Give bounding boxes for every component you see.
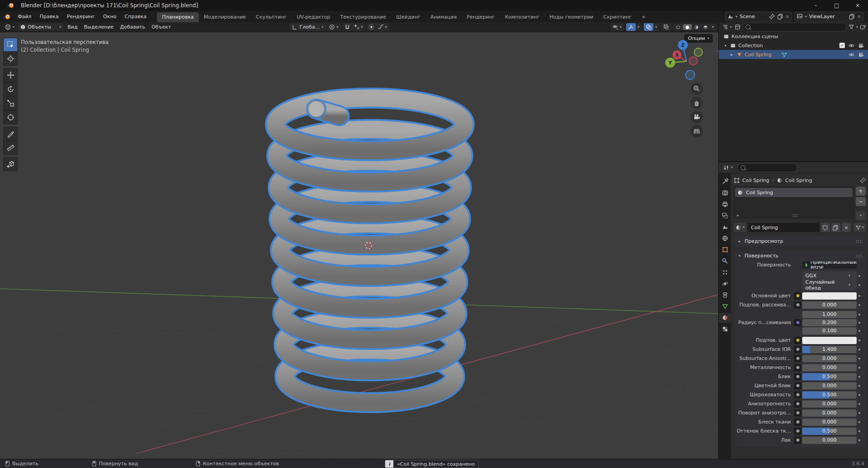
- radius-value-field[interactable]: 0.100: [802, 327, 857, 335]
- axis-x-neg-ball[interactable]: [689, 57, 697, 65]
- scale-tool[interactable]: [3, 96, 18, 110]
- camera-visibility-icon[interactable]: [858, 52, 864, 58]
- view-layer-selector[interactable]: ▾ ViewLayer ×: [794, 12, 863, 21]
- outliner-row-coil-spring[interactable]: ► Coil Spring: [719, 50, 868, 59]
- material-slot-row[interactable]: Coil Spring: [735, 188, 853, 197]
- camera-visibility-icon[interactable]: [858, 43, 864, 49]
- tab-scene[interactable]: [719, 222, 731, 232]
- add-cube-tool[interactable]: [3, 157, 18, 171]
- close-button[interactable]: ×: [847, 0, 868, 11]
- show-overlays-toggle[interactable]: [644, 23, 653, 31]
- pan-hand-button[interactable]: [691, 97, 703, 109]
- workspace-tab[interactable]: Моделирование: [199, 12, 251, 22]
- proportional-falloff-dropdown[interactable]: ▾: [376, 23, 389, 31]
- outliner-editor-type-button[interactable]: ▾: [721, 24, 733, 30]
- tab-texture[interactable]: [719, 324, 731, 334]
- decorator-dot[interactable]: [857, 439, 862, 441]
- base-color-swatch[interactable]: [802, 292, 857, 300]
- viewport-menu-item[interactable]: Добавить: [117, 23, 148, 31]
- workspace-tab[interactable]: Ноды геометрии: [544, 12, 598, 22]
- remove-slot-button[interactable]: −: [856, 197, 866, 206]
- shading-solid-button[interactable]: ●: [683, 24, 692, 30]
- workspace-tab[interactable]: UV-редактор: [292, 12, 335, 22]
- menu-item[interactable]: Правка: [35, 12, 63, 21]
- workspace-tab[interactable]: Анимация: [425, 12, 461, 22]
- zoom-button[interactable]: [691, 83, 703, 95]
- decorator-dot[interactable]: [857, 314, 862, 315]
- preview-panel-header[interactable]: ▸ Предпросмотр: [734, 236, 866, 246]
- socket-button[interactable]: [794, 382, 801, 389]
- menu-item[interactable]: Справка: [121, 12, 151, 21]
- viewport-canvas[interactable]: [0, 22, 718, 459]
- minimize-button[interactable]: –: [805, 0, 826, 11]
- eye-icon[interactable]: [848, 43, 854, 49]
- decorator-dot[interactable]: [857, 275, 862, 277]
- tab-material[interactable]: [719, 313, 731, 323]
- breadcrumb-material[interactable]: Coil Spring: [785, 177, 813, 183]
- decorator-dot[interactable]: [857, 421, 862, 423]
- panel-grip[interactable]: [856, 254, 862, 257]
- display-mode-icon[interactable]: [735, 24, 740, 30]
- list-resize-grip[interactable]: [792, 214, 799, 217]
- tab-particles[interactable]: [719, 267, 731, 277]
- property-slider[interactable]: 1.400: [802, 346, 857, 353]
- annotate-tool[interactable]: [3, 127, 18, 141]
- radius-value-field[interactable]: 0.200: [802, 319, 857, 326]
- surface-panel-header[interactable]: ▾ Поверхность: [734, 251, 866, 261]
- workspace-tab[interactable]: Скульптинг: [251, 12, 292, 22]
- socket-button[interactable]: [794, 419, 801, 426]
- expand-icon[interactable]: ►: [730, 53, 734, 57]
- decorator-dot[interactable]: [857, 295, 862, 297]
- snap-toggle[interactable]: [343, 23, 352, 31]
- mode-dropdown[interactable]: Объекты ▾: [18, 23, 64, 31]
- use-nodes-button[interactable]: ▾: [853, 223, 866, 232]
- subsurface-slider[interactable]: 0.000: [802, 301, 857, 309]
- list-expand-icon[interactable]: ►: [737, 213, 740, 217]
- tab-view-layer[interactable]: [719, 211, 731, 221]
- decorator-dot[interactable]: [857, 385, 862, 387]
- viewport-menu-item[interactable]: Выделение: [81, 23, 117, 31]
- property-slider[interactable]: 0.000: [802, 382, 857, 389]
- property-slider[interactable]: 0.000: [802, 400, 857, 408]
- decorator-dot[interactable]: [857, 322, 862, 324]
- copy-icon[interactable]: [777, 14, 783, 20]
- tab-object-data[interactable]: [719, 301, 731, 311]
- workspace-tab[interactable]: Текстурирование: [335, 12, 391, 22]
- socket-button[interactable]: [794, 409, 801, 417]
- gizmo-dropdown[interactable]: ▾: [636, 25, 641, 30]
- outliner-row-scene-collection[interactable]: Коллекция сцены: [719, 32, 868, 41]
- copy-icon[interactable]: [849, 14, 855, 20]
- measure-tool[interactable]: [3, 141, 18, 155]
- decorator-dot[interactable]: [857, 349, 862, 350]
- show-hide-dropdown[interactable]: ▾: [611, 23, 623, 31]
- expand-icon[interactable]: ▾: [723, 44, 728, 48]
- coil-spring-object[interactable]: [275, 98, 464, 403]
- decorator-dot[interactable]: [857, 430, 862, 432]
- workspace-tab[interactable]: Композитинг: [500, 12, 544, 22]
- socket-button[interactable]: [794, 400, 801, 408]
- show-gizmo-toggle[interactable]: [626, 23, 636, 31]
- transform-orientation-dropdown[interactable]: Глоба... ▾: [289, 23, 326, 31]
- add-slot-button[interactable]: +: [856, 187, 866, 196]
- camera-view-button[interactable]: [691, 111, 703, 123]
- proportional-edit-toggle[interactable]: [367, 23, 376, 31]
- shading-wireframe-button[interactable]: ○: [674, 24, 683, 30]
- socket-button[interactable]: [794, 391, 801, 399]
- decorator-dot[interactable]: [857, 403, 862, 405]
- decorator-dot[interactable]: [857, 376, 862, 378]
- fake-user-button[interactable]: [821, 223, 830, 232]
- rotate-tool[interactable]: [3, 82, 18, 96]
- shading-rendered-button[interactable]: ◓: [701, 24, 710, 30]
- property-slider[interactable]: 0.500: [802, 391, 857, 399]
- socket-button[interactable]: [794, 319, 801, 326]
- decorator-dot[interactable]: [857, 412, 862, 414]
- properties-search-input[interactable]: [747, 164, 794, 171]
- viewport-menu-item[interactable]: Вид: [64, 23, 81, 31]
- socket-button[interactable]: [794, 292, 801, 300]
- tab-output[interactable]: [719, 199, 731, 209]
- workspace-tab[interactable]: Скриптинг: [598, 12, 637, 22]
- subsurface-method-dropdown[interactable]: Случайный обход ▾: [802, 280, 857, 290]
- decorator-dot[interactable]: [857, 304, 862, 306]
- workspace-tab[interactable]: Шейдинг: [391, 12, 425, 22]
- material-name-field[interactable]: Coil Spring: [748, 223, 819, 232]
